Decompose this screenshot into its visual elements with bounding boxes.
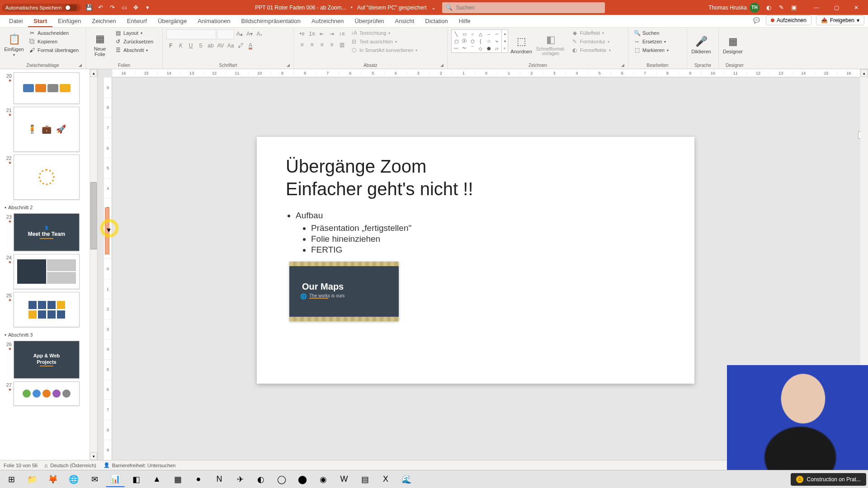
- shape-more2-icon[interactable]: ⬟: [485, 45, 492, 52]
- tab-datei[interactable]: Datei: [4, 15, 28, 27]
- edge-icon[interactable]: 🌊: [397, 472, 416, 487]
- shapes-more[interactable]: ▴▾≡: [502, 29, 508, 53]
- autosave-toggle[interactable]: Automatisches Speichern: [2, 4, 81, 12]
- embedded-slide-preview[interactable]: 🌐 Our Maps The works is ours: [289, 262, 399, 321]
- text-direction-button[interactable]: ↕ATextrichtung▾: [349, 29, 419, 37]
- launcher-icon[interactable]: ◢: [621, 63, 624, 67]
- tab-einfuegen[interactable]: Einfügen: [52, 15, 86, 27]
- scroll-up-icon[interactable]: ▴: [860, 69, 868, 77]
- record-button[interactable]: Aufzeichnen: [766, 15, 811, 25]
- app-icon[interactable]: ⬤: [293, 472, 312, 487]
- shape-rect-icon[interactable]: ▭: [461, 31, 468, 37]
- launcher-icon[interactable]: ◢: [440, 63, 443, 67]
- shape-arrow-icon[interactable]: →: [485, 31, 492, 37]
- shape-tb-icon[interactable]: Ⓐ: [461, 38, 468, 44]
- designer-button[interactable]: ▦ Designer: [722, 29, 743, 60]
- slide-title[interactable]: Übergänge Zoom Einfacher geht's nicht !!: [286, 155, 665, 200]
- comments-icon[interactable]: 💬: [752, 16, 761, 24]
- thumb-21[interactable]: 21★ 🧍💼🚀: [0, 105, 90, 153]
- window-icon[interactable]: ▣: [790, 4, 797, 11]
- decrease-font-icon[interactable]: A▾: [245, 29, 254, 38]
- shape-brace-icon[interactable]: {: [477, 38, 484, 44]
- arrange-button[interactable]: ⬚ Anordnen: [511, 29, 532, 60]
- shape-more1-icon[interactable]: ◇: [477, 45, 484, 52]
- shape-arc-icon[interactable]: ⌒: [469, 45, 476, 52]
- explorer-icon[interactable]: 📁: [23, 472, 42, 487]
- quick-styles-button[interactable]: ◧ Schnellformat- vorlagen: [534, 29, 567, 60]
- qat-more-icon[interactable]: ▾: [144, 4, 151, 11]
- layout-button[interactable]: ▤Layout▾: [113, 29, 155, 37]
- tab-uebergaenge[interactable]: Übergänge: [152, 15, 192, 27]
- thumb-scrollbar[interactable]: ▴ ▾: [90, 69, 97, 460]
- word-icon[interactable]: W: [335, 472, 354, 487]
- vertical-ruler[interactable]: 9876543210123456789: [104, 77, 112, 460]
- tab-animationen[interactable]: Animationen: [192, 15, 236, 27]
- language-selector[interactable]: ⎌Deutsch (Österreich): [45, 463, 96, 468]
- tab-aufzeichnen[interactable]: Aufzeichnen: [306, 15, 349, 27]
- shape-rrect-icon[interactable]: ▢: [453, 38, 460, 44]
- spacing-icon[interactable]: AV: [216, 41, 225, 50]
- app-icon[interactable]: ◧: [127, 472, 146, 487]
- chevron-down-icon[interactable]: ⌄: [431, 5, 436, 11]
- bold-icon[interactable]: F: [166, 41, 175, 50]
- accessibility-check[interactable]: 👤Barrierefreiheit: Untersuchen: [104, 462, 176, 468]
- maximize-button[interactable]: ▢: [826, 0, 846, 15]
- app-icon[interactable]: ◯: [272, 472, 291, 487]
- thumb-22[interactable]: 22★: [0, 153, 90, 201]
- shape-curve-icon[interactable]: 〰: [453, 45, 460, 52]
- tab-dictation[interactable]: Dictation: [420, 15, 453, 27]
- shape-circle-icon[interactable]: ○: [469, 31, 476, 37]
- shape-fill-button[interactable]: ◆Fülleffekt▾: [570, 29, 613, 37]
- firefox-icon[interactable]: 🦊: [43, 472, 62, 487]
- tab-bildschirm[interactable]: Bildschirmpräsentation: [236, 15, 306, 27]
- shape-more3-icon[interactable]: ▱: [493, 45, 500, 52]
- tab-ueberpruefen[interactable]: Überprüfen: [349, 15, 390, 27]
- columns-icon[interactable]: ▥: [337, 40, 346, 49]
- chrome-icon[interactable]: 🌐: [64, 472, 83, 487]
- align-center-icon[interactable]: ≡: [307, 40, 316, 49]
- align-left-icon[interactable]: ≡: [297, 40, 307, 49]
- horizontal-ruler[interactable]: 1615141312111098765432101234567891011121…: [112, 69, 860, 77]
- shape-line2-icon[interactable]: ─: [493, 31, 500, 37]
- shape-free-icon[interactable]: 〜: [461, 45, 468, 52]
- indent-inc-icon[interactable]: ⇥: [327, 29, 336, 38]
- italic-icon[interactable]: K: [176, 41, 185, 50]
- user-account[interactable]: Thomas Hruska TH: [708, 3, 760, 13]
- vlc-icon[interactable]: ▲: [147, 472, 166, 487]
- tab-ansicht[interactable]: Ansicht: [390, 15, 420, 27]
- clear-format-icon[interactable]: Aₓ: [255, 29, 264, 38]
- shapes-gallery[interactable]: ╲▭○△→─ ▢Ⓐ⬡{☆⤷ 〰〜⌒◇⬟▱: [451, 29, 502, 53]
- font-size-combo[interactable]: [217, 29, 234, 39]
- case-icon[interactable]: Aa: [226, 41, 235, 50]
- scroll-thumb[interactable]: [90, 182, 97, 250]
- app-icon[interactable]: ◉: [314, 472, 333, 487]
- font-color-icon[interactable]: A: [246, 41, 255, 50]
- increase-font-icon[interactable]: A▴: [235, 29, 244, 38]
- paste-button[interactable]: 📋 Einfügen ▾: [4, 29, 24, 60]
- strikethrough-icon[interactable]: S: [196, 41, 205, 50]
- thumb-20[interactable]: 20★: [0, 71, 90, 105]
- reset-button[interactable]: ↺Zurücksetzen: [113, 38, 155, 45]
- launcher-icon[interactable]: ◢: [79, 63, 82, 67]
- replace-button[interactable]: ↔Ersetzen▾: [632, 38, 670, 45]
- indent-dec-icon[interactable]: ⇤: [317, 29, 326, 38]
- slide-counter[interactable]: Folie 10 von 56: [4, 463, 38, 468]
- start-button[interactable]: ⊞: [2, 472, 21, 487]
- close-button[interactable]: ✕: [846, 0, 866, 15]
- align-right-icon[interactable]: ≡: [317, 40, 326, 49]
- shape-effects-button[interactable]: ◐Formeffekte▾: [570, 47, 613, 54]
- section-button[interactable]: ☰Abschnitt▾: [113, 47, 155, 54]
- highlight-icon[interactable]: 🖍: [236, 41, 245, 50]
- underline-icon[interactable]: U: [186, 41, 195, 50]
- onenote-icon[interactable]: N: [210, 472, 229, 487]
- tab-hilfe[interactable]: Hilfe: [453, 15, 476, 27]
- pen-icon[interactable]: ✎: [778, 4, 785, 11]
- thumb-23[interactable]: 23★ 👤Meet the Team: [0, 212, 90, 253]
- thumb-27[interactable]: 27★: [0, 380, 90, 407]
- tab-entwurf[interactable]: Entwurf: [122, 15, 152, 27]
- select-button[interactable]: ⬚Markieren▾: [632, 47, 670, 54]
- toggle-switch[interactable]: [65, 5, 77, 11]
- app-icon[interactable]: ◐: [251, 472, 270, 487]
- coming-soon-icon[interactable]: ◐: [765, 4, 772, 11]
- telegram-icon[interactable]: ✈: [231, 472, 250, 487]
